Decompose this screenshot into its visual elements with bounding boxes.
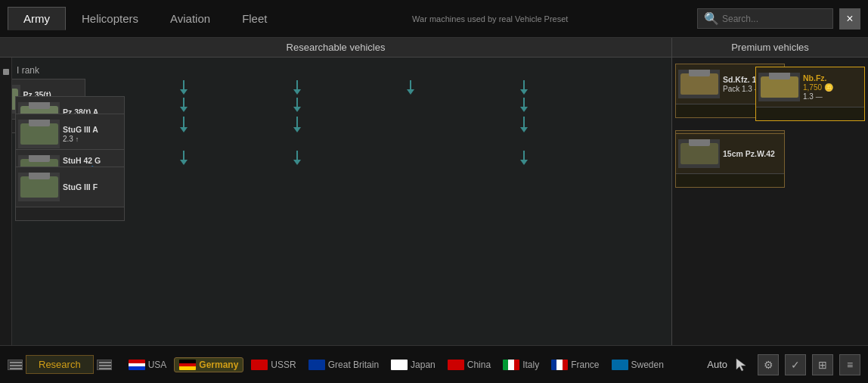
conn-4 — [469, 80, 578, 95]
nation-usa[interactable]: USA — [124, 358, 172, 372]
premium-grid: Pz.II C (DAK) 1.0 — Sd.Kfz. 140/1 Pack 1… — [672, 58, 868, 139]
svg-rect-1 — [10, 365, 22, 366]
svg-rect-3 — [99, 362, 111, 363]
flag-germany-icon — [179, 360, 196, 370]
conn-3 — [355, 80, 465, 95]
sidebar-icon-1[interactable] — [8, 360, 23, 370]
flag-sweden-icon — [612, 360, 628, 370]
rank-ii-v-4 — [523, 117, 525, 127]
vc-name-stuH42G: StuH 42 G — [63, 156, 119, 166]
nation-germany-label: Germany — [199, 360, 238, 370]
rank-ii-v-2 — [296, 117, 298, 127]
cursor-indicator — [733, 356, 752, 374]
svg-rect-5 — [99, 368, 111, 369]
bottom-bar: Research USA Germany USSR — [0, 345, 868, 383]
search-container: 🔍 — [697, 8, 833, 29]
nation-japan[interactable]: Japan — [386, 358, 440, 372]
nation-china[interactable]: China — [443, 358, 495, 372]
bottom-tools: Auto ⚙ ✓ ⊞ ≡ — [707, 354, 860, 375]
flag-usa-icon — [129, 360, 145, 370]
conn-v-2 — [296, 80, 298, 89]
flag-france-icon — [551, 360, 568, 370]
conn2-2 — [242, 98, 352, 112]
svg-rect-2 — [10, 368, 22, 369]
nation-ussr[interactable]: USSR — [246, 358, 300, 372]
arr2-2 — [293, 107, 301, 112]
conn2-v-4 — [523, 98, 525, 107]
top-bar: Army Helicopters Aviation Fleet War mach… — [0, 0, 868, 38]
nation-china-label: China — [467, 360, 491, 370]
vehicle-nbFz[interactable]: Nb.Fz. 1,750 🪙 1.3 — — [755, 67, 865, 121]
vc-name-nbFz: Nb.Fz. — [803, 73, 859, 83]
r2c1-arr — [180, 160, 188, 165]
nation-france-label: France — [571, 360, 599, 370]
vc-name-stugIIIA: StuG III A — [63, 125, 119, 135]
settings-button[interactable]: ⚙ — [758, 354, 779, 375]
research-button[interactable]: Research — [26, 355, 94, 374]
nation-germany[interactable]: Germany — [174, 357, 243, 372]
tab-fleet[interactable]: Fleet — [226, 7, 283, 30]
app-window: Army Helicopters Aviation Fleet War mach… — [0, 0, 868, 383]
conn2-1 — [129, 98, 238, 112]
main-content: Researchable vehicles I rank — [0, 38, 868, 345]
rank-ii-arr-2 — [293, 127, 301, 132]
vehicle-15cmPzW42[interactable]: 15cm Pz.W.42 — [675, 133, 785, 139]
conn2-v-2 — [296, 98, 298, 107]
checkmark-button[interactable]: ✓ — [785, 354, 806, 375]
expand-button[interactable]: ≡ — [839, 354, 860, 375]
vc-bottom-nbFz — [756, 107, 864, 120]
flag-japan-icon — [391, 360, 408, 370]
rank-ii-arr-1 — [180, 127, 188, 132]
vehicle-stugIIIF[interactable]: StuG III F — [15, 167, 125, 221]
conn-1 — [129, 80, 238, 95]
filter-button[interactable]: ⊞ — [812, 354, 833, 375]
rank-ii-conn-1 — [129, 117, 238, 132]
flag-italy-icon — [503, 360, 519, 370]
tab-helicopters[interactable]: Helicopters — [66, 7, 154, 30]
rank-ii-v-1 — [183, 117, 184, 127]
nation-italy[interactable]: Italy — [498, 358, 544, 372]
nation-usa-label: USA — [148, 360, 167, 370]
subtitle-text: War machines used by real Vehicle Preset — [412, 14, 568, 23]
tech-tree-scroll[interactable]: I rank Sd.Kfz. 221 (s.Pz.B.41) — [12, 58, 671, 345]
conn-v-1 — [183, 80, 184, 89]
r2c1 — [129, 151, 238, 165]
close-button[interactable]: × — [839, 8, 860, 30]
premium-area: Premium vehicles Pz.II C (DAK) 1.0 — — [671, 38, 868, 345]
tab-aviation[interactable]: Aviation — [154, 7, 226, 30]
conn-v-3 — [410, 80, 411, 89]
arr-2 — [293, 89, 301, 95]
r2c4 — [469, 151, 578, 165]
vc-cost-nbFz: 1,750 🪙 — [803, 83, 859, 92]
sidebar-icon — [3, 69, 9, 75]
sidebar-icons-right — [97, 360, 112, 370]
tree-with-sidebar: I rank Sd.Kfz. 221 (s.Pz.B.41) — [0, 58, 671, 345]
nation-france[interactable]: France — [547, 358, 603, 372]
search-input[interactable] — [722, 14, 828, 24]
vc-br-nbFz: 1.3 — — [803, 92, 859, 101]
flag-gb-icon — [308, 360, 325, 370]
tree-grid: I rank Sd.Kfz. 221 (s.Pz.B.41) — [12, 58, 671, 345]
search-icon: 🔍 — [704, 11, 719, 26]
premium-header: Premium vehicles — [672, 38, 868, 58]
nation-sweden[interactable]: Sweden — [607, 358, 668, 372]
connectors-row01 — [15, 80, 668, 95]
researchable-area: Researchable vehicles I rank — [0, 38, 671, 345]
arr-4 — [520, 89, 528, 95]
conn2-4 — [469, 98, 578, 112]
arr-1 — [180, 89, 188, 95]
rank-i-label: I rank — [17, 65, 668, 76]
rank-ii-conn-4 — [469, 117, 578, 132]
sidebar-icons-left — [8, 360, 23, 370]
nation-gb[interactable]: Great Britain — [304, 358, 383, 372]
research-button-label: Research — [39, 359, 81, 370]
left-sidebar — [0, 58, 12, 345]
nation-ussr-label: USSR — [271, 360, 296, 370]
flag-ussr-icon — [251, 360, 268, 370]
sidebar-icon-2[interactable] — [97, 360, 112, 370]
research-section: Research — [8, 355, 112, 374]
conn-2 — [242, 80, 352, 95]
conn2-3 — [355, 98, 465, 112]
r2c1-v — [183, 151, 184, 160]
tab-army[interactable]: Army — [8, 7, 66, 30]
